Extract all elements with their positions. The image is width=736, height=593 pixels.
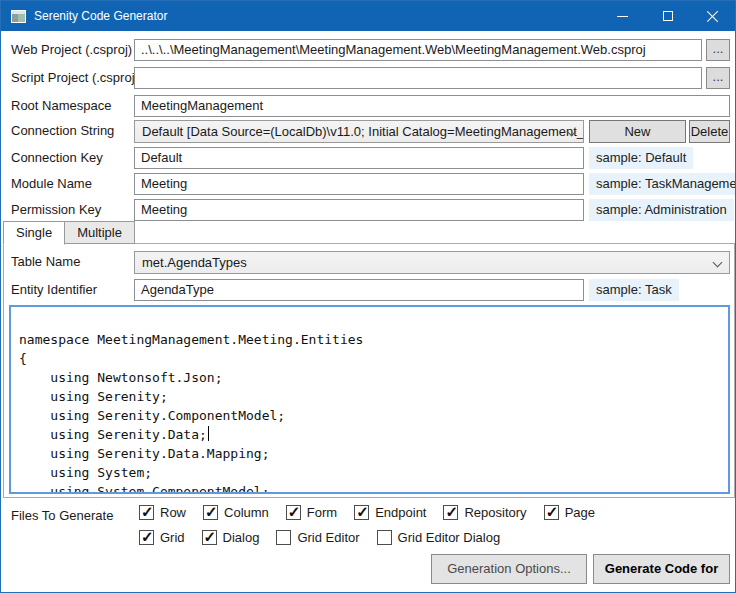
checkbox-grid[interactable]: Grid	[139, 530, 185, 545]
script-project-browse-button[interactable]: ...	[706, 67, 730, 89]
checkbox-label: Grid Editor Dialog	[398, 530, 501, 545]
connection-string-combobox[interactable]: Default [Data Source=(LocalDb)\v11.0; In…	[134, 120, 584, 143]
checkbox-page[interactable]: Page	[544, 505, 595, 520]
checkbox-grid-editor-dialog[interactable]: Grid Editor Dialog	[377, 530, 501, 545]
checkbox-form[interactable]: Form	[286, 505, 337, 520]
permission-key-label: Permission Key	[11, 199, 101, 221]
checkbox-row[interactable]: Row	[139, 505, 186, 520]
module-name-sample-hint: sample: TaskManagement	[589, 173, 736, 195]
new-connection-button[interactable]: New Connection	[589, 120, 686, 143]
script-project-label: Script Project (.csproj)	[11, 67, 139, 89]
checkbox-icon[interactable]	[544, 505, 559, 520]
checkbox-label: Row	[160, 505, 186, 520]
checkbox-grid-editor[interactable]: Grid Editor	[276, 530, 359, 545]
generation-options-button[interactable]: Generation Options...	[431, 554, 587, 584]
checkbox-icon[interactable]	[276, 530, 291, 545]
delete-connection-button[interactable]: Delete	[689, 120, 730, 143]
checkbox-repository[interactable]: Repository	[443, 505, 526, 520]
window-title: Serenity Code Generator	[34, 9, 167, 23]
files-checkbox-row-2: Grid Dialog Grid Editor Grid Editor Dial…	[139, 530, 517, 545]
checkbox-dialog[interactable]: Dialog	[202, 530, 260, 545]
connection-string-value: Default [Data Source=(LocalDb)\v11.0; In…	[142, 124, 584, 139]
checkbox-label: Dialog	[223, 530, 260, 545]
entity-identifier-sample-hint: sample: Task	[589, 279, 679, 301]
close-button[interactable]	[690, 1, 735, 31]
permission-key-sample-hint: sample: Administration	[589, 199, 734, 221]
generate-code-button[interactable]: Generate Code for Entity	[593, 554, 730, 584]
table-name-combobox[interactable]: met.AgendaTypes	[134, 251, 730, 274]
entity-identifier-label: Entity Identifier	[11, 279, 97, 301]
entity-identifier-input[interactable]: AgendaType	[134, 279, 584, 301]
checkbox-icon[interactable]	[377, 530, 392, 545]
files-checkbox-row-1: Row Column Form Endpoint Repository Page	[139, 505, 612, 520]
connection-key-input[interactable]: Default	[134, 147, 584, 169]
table-name-value: met.AgendaTypes	[142, 255, 247, 270]
checkbox-label: Endpoint	[375, 505, 426, 520]
connection-key-sample-hint: sample: Default	[589, 147, 693, 169]
close-icon	[707, 10, 719, 22]
module-name-label: Module Name	[11, 173, 92, 195]
root-namespace-label: Root Namespace	[11, 95, 111, 117]
minimize-button[interactable]	[600, 1, 645, 31]
title-bar[interactable]: Serenity Code Generator	[1, 1, 735, 31]
text-caret	[208, 426, 209, 441]
checkbox-icon[interactable]	[139, 530, 154, 545]
checkbox-icon[interactable]	[202, 530, 217, 545]
minimize-icon	[617, 16, 628, 17]
script-project-input[interactable]	[134, 67, 702, 89]
code-preview-textarea[interactable]: namespace MeetingManagement.Meeting.Enti…	[9, 305, 730, 494]
maximize-button[interactable]	[645, 1, 690, 31]
tab-single[interactable]: Single	[3, 221, 65, 245]
web-project-browse-button[interactable]: ...	[706, 39, 730, 61]
files-to-generate-label: Files To Generate	[11, 505, 113, 527]
checkbox-label: Column	[224, 505, 269, 520]
tab-multiple[interactable]: Multiple	[64, 221, 135, 244]
chevron-down-icon	[713, 258, 723, 268]
module-name-input[interactable]: Meeting	[134, 173, 584, 195]
checkbox-column[interactable]: Column	[203, 505, 269, 520]
permission-key-input[interactable]: Meeting	[134, 199, 584, 221]
code-preview-text: namespace MeetingManagement.Meeting.Enti…	[11, 307, 728, 494]
checkbox-label: Grid Editor	[297, 530, 359, 545]
connection-key-label: Connection Key	[11, 147, 103, 169]
checkbox-icon[interactable]	[139, 505, 154, 520]
connection-string-label: Connection String	[11, 120, 114, 142]
maximize-icon	[663, 11, 673, 21]
checkbox-label: Form	[307, 505, 337, 520]
checkbox-icon[interactable]	[354, 505, 369, 520]
root-namespace-input[interactable]: MeetingManagement	[134, 95, 730, 117]
table-name-label: Table Name	[11, 251, 80, 273]
checkbox-icon[interactable]	[203, 505, 218, 520]
checkbox-label: Grid	[160, 530, 185, 545]
checkbox-icon[interactable]	[286, 505, 301, 520]
tab-strip: Single Multiple	[3, 221, 134, 245]
checkbox-label: Repository	[464, 505, 526, 520]
web-project-input[interactable]: ..\..\..\MeetingManagement\MeetingManage…	[134, 39, 702, 61]
web-project-label: Web Project (.csproj)	[11, 39, 132, 61]
checkbox-icon[interactable]	[443, 505, 458, 520]
checkbox-endpoint[interactable]: Endpoint	[354, 505, 426, 520]
app-window: Serenity Code Generator Web Project (.cs…	[0, 0, 736, 593]
checkbox-label: Page	[565, 505, 595, 520]
app-icon	[11, 10, 26, 23]
